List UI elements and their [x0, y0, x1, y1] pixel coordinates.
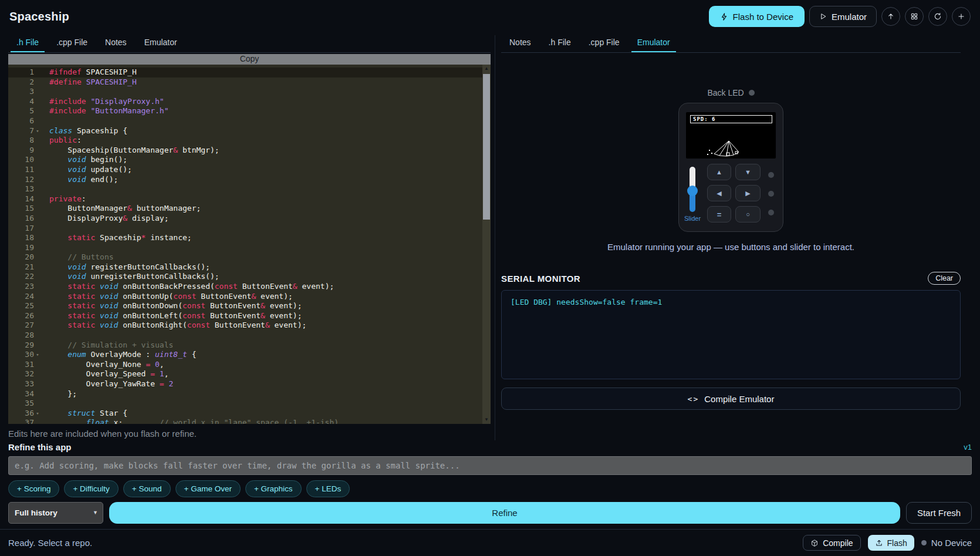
- tab-emulator[interactable]: Emulator: [138, 34, 183, 52]
- edits-note: Edits here are included when you flash o…: [8, 429, 491, 439]
- serial-line: [LED DBG] needsShow=false frame=1: [511, 298, 951, 306]
- refresh-button[interactable]: [928, 7, 947, 26]
- emulator-device: SPD: 6 Slider ▲▼◀▶=○: [678, 103, 783, 232]
- chip-sound[interactable]: + Sound: [123, 480, 171, 497]
- flash-button[interactable]: Flash: [868, 535, 914, 551]
- code-line: 29 // Simulation + visuals: [8, 341, 482, 351]
- refine-chips: + Scoring+ Difficulty+ Sound+ Game Over+…: [8, 480, 972, 497]
- chip-scoring[interactable]: + Scoring: [8, 480, 59, 497]
- code-panel: .h File.cpp FileNotesEmulator Copy 1#ifn…: [8, 35, 491, 439]
- add-button[interactable]: [952, 7, 971, 26]
- code-line: 37 float x; // world x in "lane" space (…: [8, 418, 482, 424]
- scrollbar-thumb[interactable]: [483, 74, 490, 220]
- code-line: 18 static Spaceship* instance;: [8, 233, 482, 243]
- code-line: 32 Overlay_Speed = 1,: [8, 369, 482, 379]
- compile-button[interactable]: Compile: [803, 535, 860, 551]
- refine-actions: Full history ▼ Refine Start Fresh: [8, 502, 972, 524]
- code-line: 26 static void onButtonLeft(const Button…: [8, 311, 482, 321]
- code-line: 23 static void onButtonBackPressed(const…: [8, 282, 482, 292]
- editor-scrollbar[interactable]: ▲ ▼: [482, 65, 491, 424]
- code-line: 31 Overlay_None = 0,: [8, 360, 482, 370]
- code-line: 21 void registerButtonCallbacks();: [8, 262, 482, 272]
- device-button-select[interactable]: ○: [735, 206, 761, 223]
- emulator-caption: Emulator running your app — use buttons …: [501, 242, 961, 252]
- tab-h-file[interactable]: .h File: [11, 34, 45, 52]
- code-line: 22 void unregisterButtonCallbacks();: [8, 272, 482, 282]
- app-root: Spaceship Flash to Device Emulator: [0, 0, 980, 556]
- chip-graphics[interactable]: + Graphics: [245, 480, 302, 497]
- grid-icon: [910, 12, 918, 21]
- clear-button[interactable]: Clear: [928, 272, 961, 285]
- device-button-up[interactable]: ▲: [707, 164, 731, 180]
- code-line: 19: [8, 243, 482, 253]
- tab-h-file[interactable]: .h File: [543, 34, 577, 52]
- chip-difficulty[interactable]: + Difficulty: [64, 480, 118, 497]
- chip-leds[interactable]: + LEDs: [306, 480, 350, 497]
- status-bar-actions: Compile Flash No Device: [803, 535, 972, 551]
- code-line: 7▾class Spaceship {: [8, 126, 482, 136]
- grid-view-button[interactable]: [905, 7, 924, 26]
- refine-button[interactable]: Refine: [109, 502, 900, 524]
- flash-to-device-label: Flash to Device: [733, 12, 793, 22]
- emulator-area: Back LED: [501, 53, 961, 252]
- tab-notes[interactable]: Notes: [99, 34, 133, 52]
- tab-emulator[interactable]: Emulator: [631, 34, 676, 52]
- slider-thumb[interactable]: [687, 186, 698, 196]
- compile-emulator-button[interactable]: <> Compile Emulator: [501, 387, 961, 410]
- code-line: 15 ButtonManager& buttonManager;: [8, 204, 482, 214]
- fold-marker-icon[interactable]: ▾: [34, 350, 41, 360]
- code-icon: <>: [688, 395, 699, 403]
- serial-monitor-header: SERIAL MONITOR Clear: [501, 272, 961, 285]
- device-button-right[interactable]: ▶: [735, 185, 761, 201]
- device-button-menu[interactable]: =: [707, 206, 731, 223]
- led-dot: [768, 191, 774, 197]
- tab-cpp-file[interactable]: .cpp File: [50, 34, 93, 52]
- device-status-label: No Device: [931, 538, 972, 548]
- emulator-button[interactable]: Emulator: [809, 6, 877, 27]
- fold-marker-icon[interactable]: ▾: [34, 409, 41, 419]
- status-text: Ready. Select a repo.: [8, 538, 92, 548]
- header-actions: Flash to Device Emulator: [709, 6, 971, 27]
- code-line: 12 void end();: [8, 175, 482, 185]
- screen-hud: SPD: 6: [690, 115, 772, 123]
- compile-label: Compile: [823, 538, 853, 548]
- code-line: 28: [8, 331, 482, 341]
- start-fresh-button[interactable]: Start Fresh: [906, 502, 972, 524]
- play-icon: [819, 12, 827, 21]
- code-line: 16 DisplayProxy& display;: [8, 214, 482, 224]
- flash-to-device-button[interactable]: Flash to Device: [709, 6, 805, 27]
- fold-marker-icon[interactable]: ▾: [34, 126, 41, 136]
- copy-button[interactable]: Copy: [8, 54, 491, 65]
- code-line: 1#ifndef SPACESHIP_H: [8, 68, 482, 77]
- chip-game-over[interactable]: + Game Over: [175, 480, 241, 497]
- code-line: 13: [8, 184, 482, 194]
- code-line: 4#include "DisplayProxy.h": [8, 97, 482, 107]
- scroll-down-arrow-icon[interactable]: ▼: [482, 416, 491, 424]
- device-slider[interactable]: [690, 167, 695, 212]
- scroll-up-arrow-icon[interactable]: ▲: [482, 65, 491, 73]
- code-area: 1#ifndef SPACESHIP_H2#define SPACESHIP_H…: [8, 65, 491, 424]
- app-header: Spaceship Flash to Device Emulator: [0, 0, 980, 33]
- refresh-icon: [934, 12, 942, 21]
- history-select[interactable]: Full history: [8, 502, 103, 524]
- led-dot: [768, 210, 774, 215]
- status-bar: Ready. Select a repo. Compile Flash No D…: [0, 529, 980, 556]
- code-line: 35: [8, 399, 482, 409]
- upload-button[interactable]: [881, 7, 900, 26]
- code-line: 3: [8, 87, 482, 97]
- emulator-panel-tabs: Notes.h File.cpp FileEmulator: [501, 35, 961, 53]
- refine-heading: Refine this app: [8, 442, 72, 452]
- code-line: 10 void begin();: [8, 155, 482, 165]
- refine-input[interactable]: [8, 456, 972, 475]
- plus-icon: [957, 12, 965, 21]
- device-button-down[interactable]: ▼: [735, 164, 761, 180]
- code-line: 6: [8, 116, 482, 126]
- device-button-pad: ▲▼◀▶=○: [707, 164, 761, 223]
- compile-emulator-label: Compile Emulator: [704, 394, 774, 404]
- tab-cpp-file[interactable]: .cpp File: [583, 34, 626, 52]
- history-select-wrap: Full history ▼: [8, 502, 103, 524]
- slider-label: Slider: [680, 215, 705, 222]
- device-button-left[interactable]: ◀: [707, 185, 731, 201]
- code-line: 20 // Buttons: [8, 252, 482, 262]
- tab-notes[interactable]: Notes: [503, 34, 537, 52]
